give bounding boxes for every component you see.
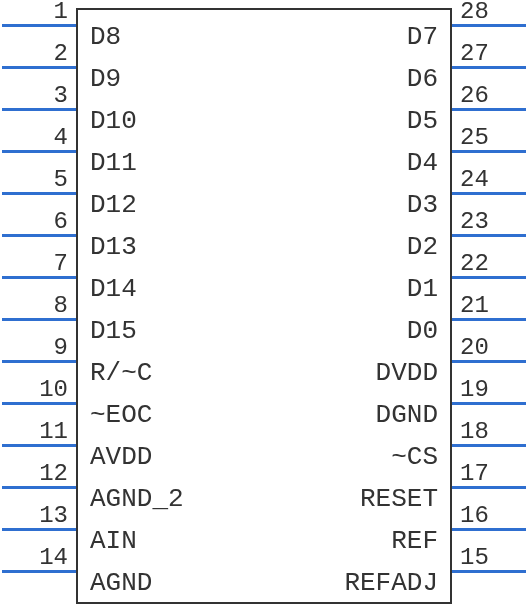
pin-number: 21 — [460, 292, 520, 319]
pin-25: 25D4 — [0, 126, 528, 168]
pin-number: 24 — [460, 166, 520, 193]
pin-number: 18 — [460, 418, 520, 445]
pin-number: 17 — [460, 460, 520, 487]
pin-26: 26D5 — [0, 84, 528, 126]
pin-28: 28D7 — [0, 0, 528, 42]
pin-number: 23 — [460, 208, 520, 235]
pin-wire — [452, 276, 526, 279]
pin-wire — [452, 234, 526, 237]
pin-number: 19 — [460, 376, 520, 403]
pin-16: 16REF — [0, 504, 528, 546]
pin-number: 25 — [460, 124, 520, 151]
pin-label: REFADJ — [344, 568, 438, 598]
pin-wire — [452, 192, 526, 195]
pin-wire — [452, 486, 526, 489]
pin-24: 24D3 — [0, 168, 528, 210]
pin-number: 15 — [460, 544, 520, 571]
pin-wire — [452, 402, 526, 405]
pin-21: 21D0 — [0, 294, 528, 336]
pin-wire — [452, 444, 526, 447]
pin-number: 16 — [460, 502, 520, 529]
pin-22: 22D1 — [0, 252, 528, 294]
pin-number: 26 — [460, 82, 520, 109]
pin-20: 20DVDD — [0, 336, 528, 378]
pin-wire — [452, 150, 526, 153]
pin-wire — [452, 318, 526, 321]
pin-number: 20 — [460, 334, 520, 361]
pin-number: 28 — [460, 0, 520, 25]
pin-wire — [452, 24, 526, 27]
pin-number: 27 — [460, 40, 520, 67]
pin-18: 18~CS — [0, 420, 528, 462]
pin-15: 15REFADJ — [0, 546, 528, 588]
pin-19: 19DGND — [0, 378, 528, 420]
pin-17: 17RESET — [0, 462, 528, 504]
pin-27: 27D6 — [0, 42, 528, 84]
pin-23: 23D2 — [0, 210, 528, 252]
pin-number: 22 — [460, 250, 520, 277]
pin-wire — [452, 108, 526, 111]
pin-wire — [452, 360, 526, 363]
pin-wire — [452, 528, 526, 531]
pin-wire — [452, 66, 526, 69]
pin-wire — [452, 570, 526, 573]
